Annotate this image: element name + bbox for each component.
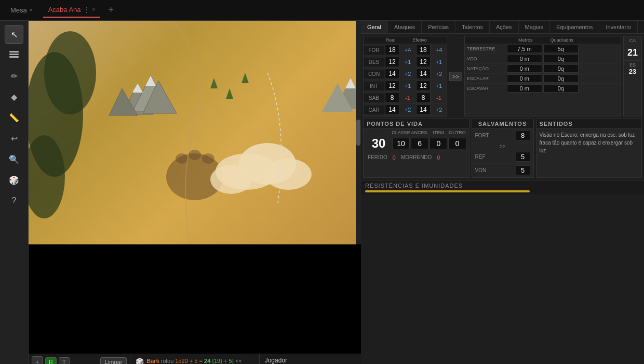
morrendo-label: MORRENDO	[401, 154, 432, 161]
initiative-panel: + R T Limpar Teste Nome Init A/H ▶ 1d20+…	[29, 354, 130, 364]
help-tool[interactable]: ?	[5, 191, 23, 210]
map-scrollbar[interactable]	[356, 21, 361, 244]
mh-blank	[466, 37, 507, 43]
msg-result-0: 24	[204, 358, 212, 364]
hp-section: PONTOS DE VIDA CLASSE ANCES. ITEM OUTRO …	[363, 119, 469, 178]
tab-pericias[interactable]: Perícias	[422, 21, 455, 33]
tab-ataques[interactable]: Ataques	[388, 21, 422, 33]
des-label: DES	[364, 58, 384, 67]
svg-point-18	[265, 159, 312, 190]
left-toolbar: ↖ ✏ ◆ 📏 ↩ 🔍 🎲 ?	[0, 21, 29, 364]
mov-terrestre-quad: 5q	[543, 45, 579, 53]
msg-name-0: Bärk	[146, 358, 159, 364]
mov-voo-quad: 0q	[543, 55, 579, 63]
undo-tool[interactable]: ↩	[5, 129, 23, 148]
layers-tool[interactable]	[5, 46, 23, 64]
hp-title: PONTOS DE VIDA	[364, 119, 469, 129]
con-real-mod: +2	[400, 70, 415, 78]
map-container[interactable]	[29, 21, 361, 354]
tab-geral[interactable]: Geral	[361, 21, 388, 33]
resistencias-title: RESISTÊNCIAS E IMUNIDADES	[365, 183, 640, 189]
ca-label: CA	[624, 36, 641, 45]
svg-marker-25	[242, 73, 249, 83]
svg-point-15	[202, 153, 214, 164]
tab-inventario[interactable]: Inventario	[599, 21, 637, 33]
map-scrollbar-thumb[interactable]	[356, 120, 360, 146]
hp-col-ances: ANCES.	[410, 130, 429, 135]
salv-von: VON 5	[472, 164, 533, 177]
des-eff-mod: +1	[431, 58, 447, 66]
ah-efetivo: Efetivo	[412, 37, 427, 43]
mov-natacao: NATAÇÃO 0 m 0q	[465, 64, 621, 74]
tab-acaba-ana-close[interactable]: ×	[92, 7, 96, 12]
con-label: CON	[364, 70, 384, 79]
mov-terrestre-label: TERRESTRE	[465, 45, 506, 53]
tab-talentos[interactable]: Talentos	[455, 21, 490, 33]
svg-point-14	[189, 150, 201, 160]
svg-point-19	[210, 165, 252, 194]
car-eff: 14	[416, 105, 431, 115]
mh-metros: Metros	[507, 37, 544, 43]
int-real: 12	[385, 81, 399, 91]
salv-arrow-row: >>	[472, 142, 533, 150]
movement-table: Metros Quadrados TERRESTRE 7,5 m 5q VOO …	[464, 36, 621, 116]
arrow-expand[interactable]: >>	[449, 72, 462, 81]
svg-rect-0	[9, 56, 19, 58]
ability-header: Real Efetivo	[364, 36, 447, 44]
ah-blank2	[398, 37, 412, 43]
for-eff-mod: +4	[431, 46, 447, 54]
msg-roll-0: 1d20 + 5 =	[175, 358, 204, 364]
int-real-mod: +1	[400, 82, 415, 90]
add-init-btn[interactable]: +	[32, 356, 43, 364]
zoom-tool[interactable]: 🔍	[5, 150, 23, 168]
con-eff-mod: +2	[431, 70, 447, 78]
salv-ref-val: 5	[516, 152, 530, 162]
ferido-val: 0	[393, 154, 396, 161]
stat-sab: SAB 8 -1 8 -1	[364, 92, 447, 104]
mov-escavar: ESCAVAR 0 m 0q	[465, 84, 621, 93]
sheet-tabs: Geral Ataques Perícias Talentos Ações Ma…	[361, 21, 644, 34]
salv-arrow-icon: >>	[500, 144, 506, 149]
for-real: 18	[385, 45, 399, 55]
cursor-tool[interactable]: ↖	[5, 25, 23, 44]
svg-marker-23	[210, 78, 218, 88]
car-real: 14	[385, 105, 399, 115]
mov-voo: VOO 0 m 0q	[465, 54, 621, 64]
dice-tool[interactable]: 🎲	[5, 171, 23, 189]
ruler-tool[interactable]: 📏	[5, 108, 23, 127]
stat-con: CON 14 +2 14 +2	[364, 68, 447, 80]
mov-escalar-label: ESCALAR	[465, 75, 506, 82]
diamond-tool[interactable]: ◆	[5, 87, 23, 106]
int-label: INT	[364, 82, 384, 90]
tab-menu-icon[interactable]: ⋮	[84, 6, 90, 14]
hp-val-item: 0	[430, 138, 447, 149]
svg-marker-10	[132, 83, 143, 93]
new-tab-button[interactable]: +	[108, 5, 114, 16]
svg-marker-22	[345, 78, 356, 88]
tab-acaba-ana-label: Acaba Ana	[48, 6, 81, 14]
car-real-mod: +2	[400, 106, 415, 114]
limpar-button[interactable]: Limpar	[100, 357, 127, 364]
mov-natacao-metros: 0 m	[507, 64, 542, 73]
des-real: 12	[385, 57, 399, 67]
sentidos-title: SENTIDOS	[536, 119, 642, 129]
tab-mesa-close[interactable]: ×	[30, 7, 33, 13]
tab-acaba-ana[interactable]: Acaba Ana ⋮ ×	[43, 3, 101, 18]
tab-magias[interactable]: Magias	[519, 21, 550, 33]
hp-col-classe: CLASSE	[392, 130, 410, 135]
ca-value: 21	[627, 45, 638, 60]
pencil-tool[interactable]: ✏	[5, 67, 23, 85]
t-label[interactable]: T	[59, 357, 70, 364]
salv-von-label: VON	[475, 167, 493, 173]
top-bar: Mesa × Acaba Ana ⋮ × +	[0, 0, 644, 21]
tab-mesa[interactable]: Mesa ×	[5, 3, 38, 17]
r-label[interactable]: R	[45, 357, 57, 364]
int-eff-mod: +1	[431, 82, 447, 90]
salv-ref: REF 5	[472, 150, 533, 164]
hp-sub-row: FERIDO 0 MORRENDO 0	[364, 153, 469, 163]
tab-equipamentos[interactable]: Equipamentos	[550, 21, 599, 33]
tab-acoes[interactable]: Ações	[490, 21, 519, 33]
es-section: ES 23	[624, 60, 641, 77]
mov-escavar-quad: 0q	[543, 84, 579, 93]
ah-blank	[364, 37, 383, 43]
